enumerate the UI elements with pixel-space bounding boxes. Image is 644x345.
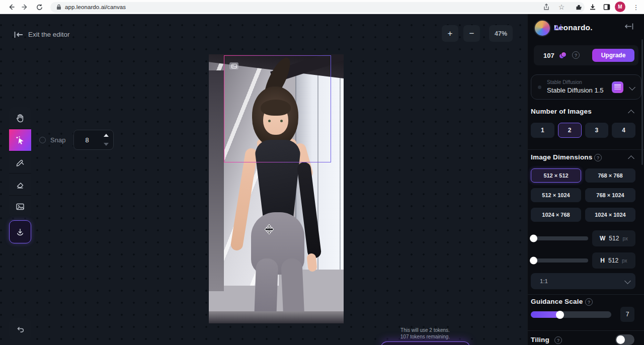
token-usage-line2: 107 tokens remaining. — [382, 333, 468, 340]
section-divider — [528, 149, 644, 150]
height-label: H — [600, 257, 605, 264]
snap-label: Snap — [50, 136, 65, 144]
address-bar[interactable]: app.leonardo.ai/canvas — [50, 2, 585, 13]
num-images-option-2[interactable]: 2 — [558, 123, 582, 138]
dimension-option-512x1024[interactable]: 512 × 1024 — [531, 188, 581, 202]
sidebar-scrollbar[interactable] — [641, 39, 643, 165]
dimension-option-768x768[interactable]: 768 × 768 — [585, 168, 635, 183]
downloads-icon[interactable] — [588, 2, 598, 12]
aspect-ratio-value: 1:1 — [540, 278, 548, 284]
model-thumbnail-icon — [612, 81, 623, 93]
image-dimensions-options: 512 × 512 768 × 768 512 × 1024 768 × 102… — [531, 168, 635, 222]
token-usage-line1: This will use 2 tokens. — [382, 327, 468, 333]
token-balance-box: 107 ? Upgrade — [534, 45, 638, 65]
number-of-images-options: 1 2 3 4 — [531, 123, 635, 138]
leonardo-canvas-app: app.leonardo.ai/canvas ☆ M ⋮ Exit the ed… — [0, 0, 644, 345]
guidance-scale-slider[interactable] — [531, 311, 611, 318]
magic-cursor-icon — [15, 135, 25, 145]
width-slider-thumb[interactable] — [530, 235, 537, 242]
exit-editor-button[interactable]: Exit the editor — [14, 31, 70, 38]
model-selector-value: Stable Diffusion 1.5 — [547, 87, 604, 94]
browser-reload-icon[interactable] — [34, 2, 44, 12]
width-unit: px — [622, 236, 628, 241]
image-dimensions-collapse-icon[interactable] — [628, 155, 634, 162]
eraser-icon — [15, 180, 25, 190]
bookmark-star-icon[interactable]: ☆ — [556, 2, 567, 12]
image-tool-button[interactable] — [9, 196, 31, 218]
aspect-ratio-chevron-down-icon — [624, 278, 631, 284]
height-unit: px — [622, 258, 627, 264]
number-of-images-collapse-icon[interactable] — [628, 110, 634, 116]
zoom-out-button[interactable]: − — [463, 25, 480, 42]
height-slider-thumb[interactable] — [530, 257, 537, 265]
zoom-level-indicator[interactable]: 47% — [489, 25, 513, 42]
height-slider[interactable] — [531, 258, 588, 263]
width-slider[interactable] — [531, 236, 588, 240]
generate-button-partial[interactable] — [381, 341, 470, 345]
brand-suffix: Ai — [554, 23, 562, 32]
aspect-ratio-select[interactable]: 1:1 — [531, 273, 635, 289]
guidance-scale-value: 7 — [620, 307, 634, 322]
number-of-images-title: Number of Images — [531, 108, 592, 115]
image-icon — [15, 202, 25, 212]
zoom-in-button[interactable]: + — [442, 25, 458, 42]
brush-icon — [15, 157, 25, 167]
select-tool-button[interactable] — [9, 129, 31, 151]
model-drag-dot — [538, 85, 541, 89]
undo-icon — [16, 325, 25, 333]
url-text: app.leonardo.ai/canvas — [65, 4, 126, 10]
guidance-scale-thumb[interactable] — [556, 311, 564, 319]
dimension-option-512x512[interactable]: 512 × 512 — [531, 168, 581, 183]
dimension-option-768x1024[interactable]: 768 × 1024 — [585, 188, 635, 202]
model-selector-label: Stable Diffusion — [547, 79, 582, 85]
tiling-toggle-knob — [616, 335, 625, 344]
width-value-box[interactable]: W 512 px — [592, 230, 635, 246]
snap-step-down-icon[interactable] — [104, 143, 109, 146]
browser-forward-icon[interactable] — [20, 2, 30, 12]
tiling-toggle[interactable] — [615, 334, 634, 345]
selection-rectangle[interactable] — [224, 55, 331, 162]
height-value-box[interactable]: H 512 px — [592, 252, 635, 269]
dimension-option-1024x1024[interactable]: 1024 × 1024 — [585, 208, 635, 222]
height-value: 512 — [608, 257, 618, 264]
download-tool-button[interactable] — [9, 220, 31, 243]
token-help-icon[interactable]: ? — [572, 51, 580, 59]
model-chevron-down-icon[interactable] — [629, 84, 635, 91]
exit-editor-label: Exit the editor — [28, 31, 70, 38]
share-icon[interactable] — [541, 2, 551, 12]
browser-profile-avatar[interactable]: M — [615, 2, 625, 12]
undo-button[interactable] — [9, 318, 31, 340]
num-images-option-3[interactable]: 3 — [585, 123, 609, 138]
dimension-option-1024x768[interactable]: 1024 × 768 — [531, 208, 581, 222]
tiling-title: Tiling — [531, 336, 549, 343]
snap-step-up-icon[interactable] — [104, 134, 109, 137]
width-value: 512 — [609, 235, 619, 242]
browser-bar: app.leonardo.ai/canvas ☆ M ⋮ — [0, 0, 644, 14]
leonardo-logo-avatar — [534, 20, 551, 37]
browser-back-icon[interactable] — [6, 2, 16, 12]
upgrade-button[interactable]: Upgrade — [592, 49, 634, 62]
model-selector[interactable]: Stable Diffusion Stable Diffusion 1.5 — [531, 74, 641, 100]
width-slider-row: W 512 px — [531, 230, 635, 246]
browser-menu-icon[interactable]: ⋮ — [631, 2, 641, 12]
extensions-icon[interactable] — [574, 2, 584, 12]
guidance-scale-title: Guidance Scale — [531, 298, 583, 305]
num-images-option-1[interactable]: 1 — [531, 123, 554, 138]
sketch-tool-button[interactable] — [9, 151, 31, 174]
eraser-tool-button[interactable] — [9, 174, 31, 196]
height-slider-row: H 512 px — [531, 252, 635, 269]
snap-toggle[interactable] — [39, 137, 46, 143]
guidance-scale-help-icon[interactable]: ? — [585, 298, 593, 306]
section-divider — [528, 330, 644, 331]
canvas-workspace[interactable]: Exit the editor + − 47% — [0, 14, 644, 345]
snap-value-input[interactable]: 8 — [73, 130, 114, 150]
num-images-option-4[interactable]: 4 — [612, 123, 635, 138]
tiling-help-icon[interactable]: ? — [554, 336, 562, 344]
snap-value: 8 — [85, 136, 89, 144]
sidepanel-icon[interactable] — [602, 2, 612, 12]
exit-arrow-icon — [14, 31, 24, 38]
image-dimensions-help-icon[interactable]: ? — [594, 154, 602, 161]
token-usage-note: This will use 2 tokens. 107 tokens remai… — [382, 327, 468, 340]
pan-tool-button[interactable] — [9, 107, 31, 129]
selection-image-badge-icon — [229, 62, 238, 69]
